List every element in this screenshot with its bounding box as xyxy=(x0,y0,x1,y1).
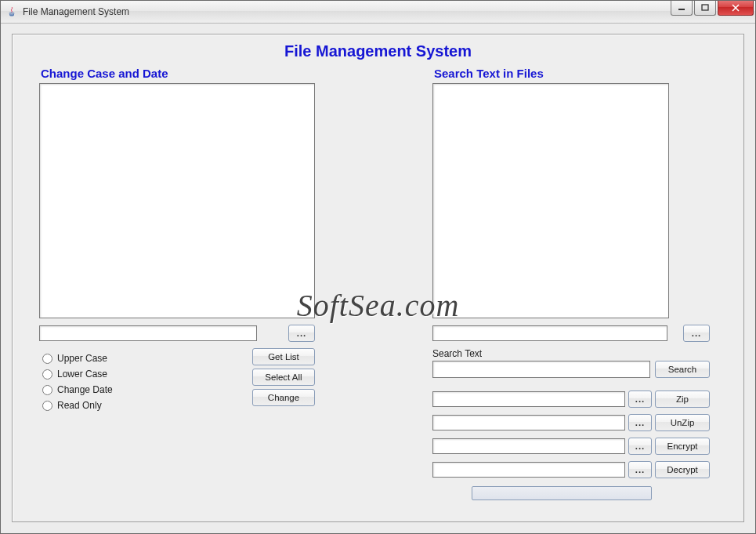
change-button[interactable]: Change xyxy=(252,389,315,406)
radio-upper-case-label: Upper Case xyxy=(57,353,107,364)
main-columns: Change Case and Date ... Upper Case xyxy=(39,67,717,500)
zip-path-input[interactable] xyxy=(432,391,625,407)
decrypt-button[interactable]: Decrypt xyxy=(655,461,710,478)
encrypt-path-input[interactable] xyxy=(432,438,625,454)
radio-lower-case[interactable]: Lower Case xyxy=(42,369,113,380)
svg-rect-3 xyxy=(702,5,708,10)
get-list-button[interactable]: Get List xyxy=(252,348,315,365)
radio-upper-case-input[interactable] xyxy=(42,354,52,364)
search-panel: Search Text in Files ... Search Text Sea… xyxy=(432,67,710,500)
maximize-icon xyxy=(701,4,709,12)
minimize-button[interactable] xyxy=(671,1,693,16)
radio-read-only[interactable]: Read Only xyxy=(42,400,113,411)
unzip-row: ... UnZip xyxy=(432,414,710,431)
close-icon xyxy=(731,4,740,12)
svg-rect-2 xyxy=(678,9,685,10)
svg-point-1 xyxy=(9,13,14,14)
zip-row: ... Zip xyxy=(432,391,710,408)
decrypt-row: ... Decrypt xyxy=(432,461,710,478)
encrypt-browse-button[interactable]: ... xyxy=(628,438,652,455)
radio-read-only-input[interactable] xyxy=(42,401,52,411)
radio-read-only-label: Read Only xyxy=(57,400,102,411)
encrypt-button[interactable]: Encrypt xyxy=(655,438,710,455)
window-title: File Management System xyxy=(23,6,129,17)
select-all-button[interactable]: Select All xyxy=(252,369,315,386)
change-case-browse-button[interactable]: ... xyxy=(288,325,315,342)
radio-lower-case-input[interactable] xyxy=(42,369,52,380)
unzip-button[interactable]: UnZip xyxy=(655,414,710,431)
client-area: File Management System Change Case and D… xyxy=(12,34,744,522)
zip-button[interactable]: Zip xyxy=(655,391,710,408)
decrypt-path-input[interactable] xyxy=(432,462,625,478)
search-text-row: Search xyxy=(432,361,710,378)
close-button[interactable] xyxy=(718,1,754,16)
search-button[interactable]: Search xyxy=(655,361,710,378)
search-heading: Search Text in Files xyxy=(434,67,710,80)
zip-browse-button[interactable]: ... xyxy=(628,391,652,408)
case-radio-group: Upper Case Lower Case Change Date R xyxy=(42,353,113,411)
encrypt-row: ... Encrypt xyxy=(432,438,710,455)
change-case-controls: Upper Case Lower Case Change Date R xyxy=(39,348,315,411)
change-case-path-input[interactable] xyxy=(39,325,257,341)
search-text-label: Search Text xyxy=(432,348,710,359)
java-app-icon xyxy=(5,5,18,18)
progress-bar xyxy=(472,486,652,500)
radio-upper-case[interactable]: Upper Case xyxy=(42,353,113,364)
change-case-listbox[interactable] xyxy=(39,83,315,318)
change-case-heading: Change Case and Date xyxy=(41,67,315,80)
search-path-row: ... xyxy=(432,325,710,342)
search-browse-button[interactable]: ... xyxy=(683,325,710,342)
search-listbox[interactable] xyxy=(432,83,669,318)
maximize-button[interactable] xyxy=(694,1,716,16)
radio-change-date-label: Change Date xyxy=(57,384,113,395)
radio-change-date[interactable]: Change Date xyxy=(42,384,113,395)
radio-lower-case-label: Lower Case xyxy=(57,369,107,380)
unzip-path-input[interactable] xyxy=(432,415,625,430)
radio-change-date-input[interactable] xyxy=(42,385,52,395)
decrypt-browse-button[interactable]: ... xyxy=(628,461,652,478)
change-case-button-col: Get List Select All Change xyxy=(252,348,315,411)
window-controls xyxy=(669,1,755,16)
change-case-path-row: ... xyxy=(39,325,315,342)
search-text-input[interactable] xyxy=(432,361,650,378)
app-window: File Management System File Management S… xyxy=(0,0,756,534)
unzip-browse-button[interactable]: ... xyxy=(628,414,652,431)
titlebar: File Management System xyxy=(1,1,755,24)
minimize-icon xyxy=(678,4,685,12)
search-path-input[interactable] xyxy=(432,325,667,341)
change-case-panel: Change Case and Date ... Upper Case xyxy=(39,67,315,500)
page-title: File Management System xyxy=(39,42,717,60)
